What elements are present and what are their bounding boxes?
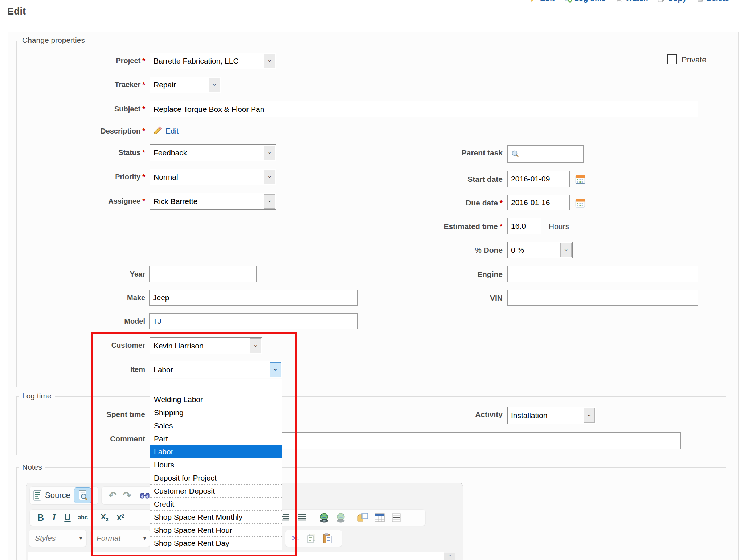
percent-done-select[interactable]: 0 % ⌄ bbox=[507, 242, 573, 258]
insert-table-button[interactable] bbox=[372, 510, 387, 525]
start-date-input[interactable]: 2016-01-09 bbox=[507, 171, 570, 187]
project-value: Barrette Fabrication, LLC bbox=[154, 57, 239, 65]
log-time-legend: Log time bbox=[19, 392, 55, 400]
log-time-action-link[interactable]: Log time bbox=[564, 0, 606, 3]
change-properties-legend: Change properties bbox=[19, 36, 88, 45]
edit-action-label: Edit bbox=[540, 0, 555, 3]
required-asterisk: * bbox=[142, 105, 145, 113]
log-time-clock-icon bbox=[564, 0, 572, 3]
calendar-icon[interactable] bbox=[575, 173, 586, 184]
copy-action-label: Copy bbox=[667, 0, 687, 3]
project-select[interactable]: Barrette Fabrication, LLC ⌄ bbox=[150, 53, 276, 69]
tracker-label: Tracker* bbox=[0, 81, 145, 89]
tracker-value: Repair bbox=[154, 81, 176, 89]
dropdown-chevron-icon: ⌄ bbox=[264, 170, 275, 184]
parent-task-input[interactable] bbox=[507, 145, 584, 163]
subject-input[interactable]: Replace Torque Box & Floor Pan bbox=[150, 101, 698, 117]
private-checkbox[interactable] bbox=[667, 54, 677, 64]
project-label: Project* bbox=[0, 57, 145, 65]
subject-label: Subject* bbox=[0, 105, 145, 113]
edit-action-link[interactable]: Edit bbox=[530, 0, 555, 3]
unlink-button[interactable] bbox=[334, 510, 348, 525]
toolbar-divider bbox=[313, 512, 313, 523]
delete-action-link[interactable]: Delete bbox=[696, 0, 729, 3]
horizontal-rule-button[interactable] bbox=[389, 510, 404, 525]
red-highlight-rectangle bbox=[91, 332, 297, 556]
engine-label: Engine bbox=[357, 270, 503, 279]
justify-button[interactable] bbox=[295, 510, 309, 525]
subject-value: Replace Torque Box & Floor Pan bbox=[154, 105, 264, 114]
log-time-action-label: Log time bbox=[574, 0, 606, 3]
assignee-label: Assignee* bbox=[0, 197, 145, 205]
link-globe-icon bbox=[319, 512, 330, 523]
notes-legend: Notes bbox=[19, 463, 45, 471]
calendar-icon[interactable] bbox=[575, 197, 586, 208]
bold-button[interactable]: B bbox=[35, 510, 46, 525]
status-value: Feedback bbox=[154, 148, 187, 157]
delete-trash-icon bbox=[696, 0, 704, 3]
link-button[interactable] bbox=[317, 510, 331, 525]
watch-action-link[interactable]: Watch bbox=[615, 0, 648, 3]
strikethrough-button[interactable]: abc bbox=[75, 510, 90, 525]
year-input[interactable] bbox=[149, 266, 257, 282]
required-asterisk: * bbox=[142, 127, 145, 135]
status-select[interactable]: Feedback ⌄ bbox=[150, 144, 276, 161]
year-label: Year bbox=[0, 270, 145, 278]
page-title: Edit bbox=[7, 6, 26, 17]
vin-input[interactable] bbox=[507, 290, 698, 306]
caret-down-icon: ▾ bbox=[79, 535, 82, 541]
preview-icon bbox=[78, 490, 87, 501]
priority-select[interactable]: Normal ⌄ bbox=[150, 169, 276, 185]
styles-dropdown[interactable]: Styles ▾ bbox=[29, 530, 87, 547]
assignee-select[interactable]: Rick Barrette ⌄ bbox=[150, 193, 276, 210]
italic-icon: I bbox=[52, 512, 56, 523]
styles-dropdown-label: Styles bbox=[35, 534, 56, 543]
estimated-time-input[interactable]: 16.0 bbox=[507, 218, 541, 234]
toolbar-divider bbox=[352, 512, 352, 523]
table-icon bbox=[375, 513, 385, 522]
private-label: Private bbox=[682, 55, 706, 65]
pencil-icon bbox=[152, 126, 163, 136]
search-magnifier-icon bbox=[511, 150, 520, 158]
underline-button[interactable]: U bbox=[62, 510, 73, 525]
make-input[interactable]: Jeep bbox=[149, 290, 358, 306]
dropdown-chevron-icon: ⌄ bbox=[264, 146, 275, 160]
estimated-time-label: Estimated time* bbox=[357, 222, 503, 231]
description-edit-link[interactable]: Edit bbox=[165, 127, 179, 135]
engine-input[interactable] bbox=[507, 266, 698, 282]
required-asterisk: * bbox=[142, 81, 145, 89]
insert-image-button[interactable] bbox=[356, 510, 370, 525]
dropdown-chevron-icon: ⌄ bbox=[584, 408, 595, 423]
required-asterisk: * bbox=[500, 199, 503, 207]
due-date-value: 2016-01-16 bbox=[511, 198, 550, 207]
dropdown-chevron-icon: ⌄ bbox=[209, 78, 220, 92]
model-input[interactable]: TJ bbox=[149, 313, 358, 329]
required-asterisk: * bbox=[142, 148, 145, 156]
copy-action-link[interactable]: Copy bbox=[657, 0, 687, 3]
toolbar-collapse-button[interactable]: ⌃ bbox=[444, 553, 455, 560]
tracker-select[interactable]: Repair ⌄ bbox=[150, 77, 221, 93]
issue-action-toolbar: Edit Log time Watch Copy Delete bbox=[530, 0, 729, 3]
underline-icon: U bbox=[64, 512, 70, 523]
source-button[interactable]: Source bbox=[45, 491, 70, 500]
watch-star-icon bbox=[615, 0, 623, 3]
dropdown-chevron-icon: ⌄ bbox=[560, 243, 572, 257]
source-doc-icon bbox=[33, 490, 42, 501]
pencil-icon bbox=[530, 0, 538, 3]
copy-button[interactable] bbox=[304, 531, 319, 545]
preview-button[interactable] bbox=[74, 487, 91, 503]
activity-select[interactable]: Installation ⌄ bbox=[507, 407, 596, 424]
status-label: Status* bbox=[0, 148, 145, 157]
priority-label: Priority* bbox=[0, 173, 145, 181]
percent-done-value: 0 % bbox=[511, 246, 524, 254]
justify-icon bbox=[297, 514, 307, 522]
due-date-input[interactable]: 2016-01-16 bbox=[507, 195, 570, 210]
italic-button[interactable]: I bbox=[49, 510, 60, 525]
paste-button[interactable] bbox=[320, 531, 335, 545]
edit-issue-page: Edit Log time Watch Copy Delete Edit Cha… bbox=[0, 0, 740, 560]
dropdown-chevron-icon: ⌄ bbox=[264, 194, 275, 209]
copy-icon bbox=[657, 0, 665, 3]
image-icon bbox=[357, 512, 369, 523]
collapse-chevron-icon: ⌃ bbox=[447, 553, 452, 559]
paste-clipboard-icon bbox=[323, 533, 332, 543]
